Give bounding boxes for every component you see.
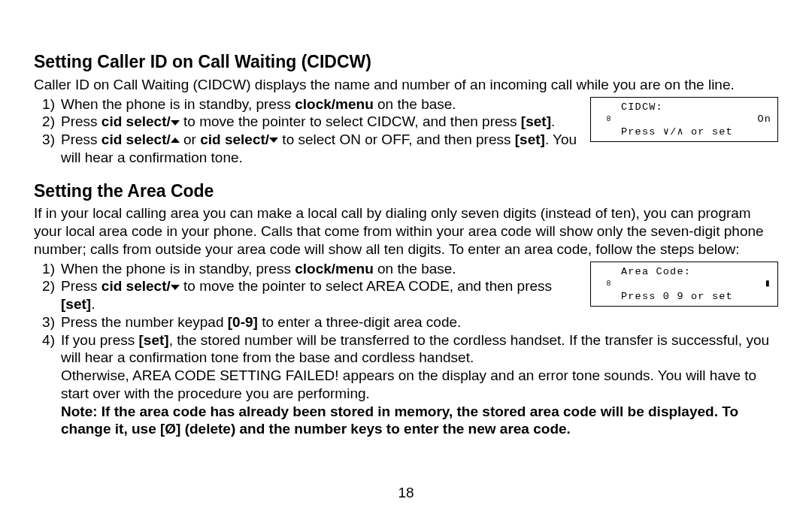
step-text: Press the number keypad xyxy=(61,314,228,330)
step-text: Press xyxy=(61,113,102,129)
lcd-area-code: 8 Area Code: ▮ Press 0 9 or set xyxy=(590,262,778,307)
lcd-line1: CIDCW: xyxy=(621,101,771,114)
step-text: . xyxy=(551,113,555,129)
key-set: [set] xyxy=(515,132,545,147)
step-area-2: 2) Press cid select/ to move the pointer… xyxy=(34,277,581,313)
down-arrow-icon xyxy=(171,285,180,290)
step-cidcw-1: 1) When the phone is in standby, press c… xyxy=(34,95,581,113)
lcd-battery-icon: 8 xyxy=(606,280,611,288)
step-text: on the base. xyxy=(374,261,456,277)
heading-area-code: Setting the Area Code xyxy=(34,180,778,202)
step-text: to move the pointer to select AREA CODE,… xyxy=(180,278,552,294)
lcd-line2: ▮ xyxy=(621,278,771,291)
heading-cidcw: Setting Caller ID on Call Waiting (CIDCW… xyxy=(34,51,778,73)
down-arrow-icon xyxy=(171,120,180,125)
step-number: 3) xyxy=(34,131,61,167)
key-set: [set] xyxy=(61,296,91,312)
intro-cidcw: Caller ID on Call Waiting (CIDCW) displa… xyxy=(34,76,778,94)
intro-area-code: If in your local calling area you can ma… xyxy=(34,204,778,258)
key-cid-select: cid select/ xyxy=(200,132,269,147)
step-number: 1) xyxy=(34,260,61,278)
key-cid-select: cid select/ xyxy=(102,278,171,294)
step-number: 1) xyxy=(34,95,61,113)
step-text: or xyxy=(180,132,200,147)
key-set: [set] xyxy=(521,113,551,129)
step-text: Press xyxy=(61,278,102,294)
key-set: [set] xyxy=(139,332,169,348)
step-text: If you press xyxy=(61,332,139,348)
step-area-4-extra: Otherwise, AREA CODE SETTING FAILED! app… xyxy=(34,367,778,403)
step-area-3: 3) Press the number keypad [0-9] to ente… xyxy=(34,313,778,331)
key-cid-select: cid select/ xyxy=(102,113,171,129)
step-number: 3) xyxy=(34,313,61,331)
lcd-battery-icon: 8 xyxy=(606,116,611,123)
step-area-4: 4) If you press [set], the stored number… xyxy=(34,331,778,367)
step-number: 4) xyxy=(34,331,61,367)
step-text: When the phone is in standby, press xyxy=(61,96,295,112)
key-clock-menu: clock/menu xyxy=(295,261,374,277)
key-0-9: [0-9] xyxy=(228,314,258,330)
area-code-note: Note: If the area code has already been … xyxy=(34,403,778,439)
up-arrow-icon xyxy=(171,138,180,143)
lcd-line2: On xyxy=(621,113,771,126)
step-cidcw-2: 2) Press cid select/ to move the pointer… xyxy=(34,113,581,131)
step-text: When the phone is in standby, press xyxy=(61,261,295,277)
key-clock-menu: clock/menu xyxy=(295,96,374,112)
step-text: . xyxy=(91,296,95,312)
lcd-line3: Press ∨/∧ or set xyxy=(621,126,771,139)
step-text: Press xyxy=(61,132,102,147)
page-number: 18 xyxy=(0,484,812,502)
lcd-line1: Area Code: xyxy=(621,266,771,279)
step-number: 2) xyxy=(34,277,61,313)
lcd-cidcw: 8 CIDCW: On Press ∨/∧ or set xyxy=(590,97,778,142)
lcd-line3: Press 0 9 or set xyxy=(621,291,771,304)
key-cid-select: cid select/ xyxy=(102,132,171,147)
down-arrow-icon xyxy=(269,138,278,143)
step-text: to enter a three-digit area code. xyxy=(258,314,461,330)
step-text: to select ON or OFF, and then press xyxy=(278,132,515,147)
step-area-1: 1) When the phone is in standby, press c… xyxy=(34,260,581,278)
step-text: to move the pointer to select CIDCW, and… xyxy=(180,113,521,129)
step-number: 2) xyxy=(34,113,61,131)
step-cidcw-3: 3) Press cid select/ or cid select/ to s… xyxy=(34,131,581,167)
step-text: on the base. xyxy=(374,96,456,112)
